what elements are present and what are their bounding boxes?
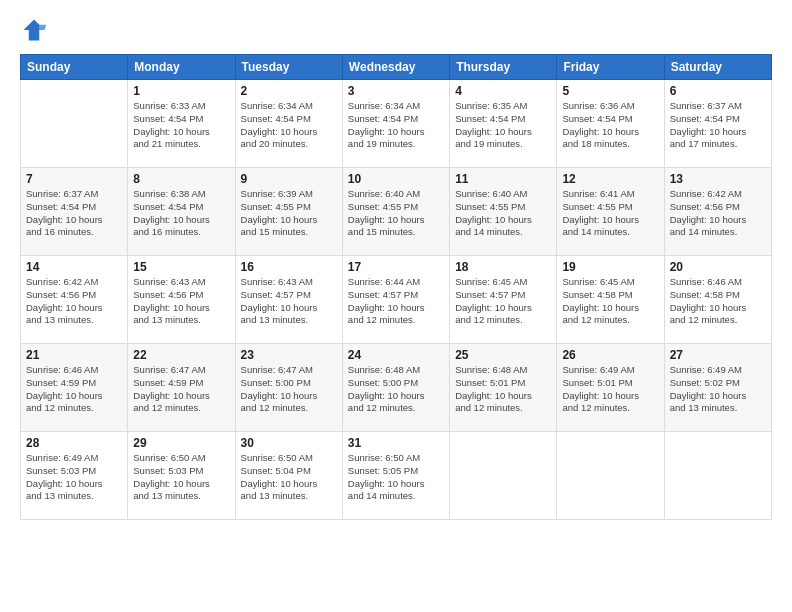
day-number: 2 <box>241 84 337 98</box>
table-cell: 5Sunrise: 6:36 AM Sunset: 4:54 PM Daylig… <box>557 80 664 168</box>
day-info: Sunrise: 6:50 AM Sunset: 5:05 PM Dayligh… <box>348 452 444 503</box>
table-cell: 8Sunrise: 6:38 AM Sunset: 4:54 PM Daylig… <box>128 168 235 256</box>
page: SundayMondayTuesdayWednesdayThursdayFrid… <box>0 0 792 612</box>
day-number: 22 <box>133 348 229 362</box>
col-header-monday: Monday <box>128 55 235 80</box>
day-info: Sunrise: 6:48 AM Sunset: 5:01 PM Dayligh… <box>455 364 551 415</box>
table-cell <box>21 80 128 168</box>
day-info: Sunrise: 6:43 AM Sunset: 4:57 PM Dayligh… <box>241 276 337 327</box>
day-info: Sunrise: 6:46 AM Sunset: 4:59 PM Dayligh… <box>26 364 122 415</box>
table-cell: 4Sunrise: 6:35 AM Sunset: 4:54 PM Daylig… <box>450 80 557 168</box>
day-info: Sunrise: 6:36 AM Sunset: 4:54 PM Dayligh… <box>562 100 658 151</box>
table-cell: 29Sunrise: 6:50 AM Sunset: 5:03 PM Dayli… <box>128 432 235 520</box>
table-cell: 13Sunrise: 6:42 AM Sunset: 4:56 PM Dayli… <box>664 168 771 256</box>
day-number: 17 <box>348 260 444 274</box>
table-cell <box>557 432 664 520</box>
day-number: 5 <box>562 84 658 98</box>
day-number: 8 <box>133 172 229 186</box>
day-number: 15 <box>133 260 229 274</box>
col-header-sunday: Sunday <box>21 55 128 80</box>
col-header-saturday: Saturday <box>664 55 771 80</box>
day-number: 21 <box>26 348 122 362</box>
table-cell: 7Sunrise: 6:37 AM Sunset: 4:54 PM Daylig… <box>21 168 128 256</box>
day-info: Sunrise: 6:45 AM Sunset: 4:57 PM Dayligh… <box>455 276 551 327</box>
table-cell: 16Sunrise: 6:43 AM Sunset: 4:57 PM Dayli… <box>235 256 342 344</box>
day-number: 11 <box>455 172 551 186</box>
day-info: Sunrise: 6:40 AM Sunset: 4:55 PM Dayligh… <box>348 188 444 239</box>
day-info: Sunrise: 6:49 AM Sunset: 5:03 PM Dayligh… <box>26 452 122 503</box>
day-info: Sunrise: 6:42 AM Sunset: 4:56 PM Dayligh… <box>670 188 766 239</box>
table-cell <box>664 432 771 520</box>
table-cell: 1Sunrise: 6:33 AM Sunset: 4:54 PM Daylig… <box>128 80 235 168</box>
day-number: 20 <box>670 260 766 274</box>
svg-marker-1 <box>39 25 46 30</box>
day-number: 6 <box>670 84 766 98</box>
day-info: Sunrise: 6:37 AM Sunset: 4:54 PM Dayligh… <box>670 100 766 151</box>
day-info: Sunrise: 6:43 AM Sunset: 4:56 PM Dayligh… <box>133 276 229 327</box>
day-number: 26 <box>562 348 658 362</box>
day-number: 14 <box>26 260 122 274</box>
day-number: 31 <box>348 436 444 450</box>
day-info: Sunrise: 6:46 AM Sunset: 4:58 PM Dayligh… <box>670 276 766 327</box>
col-header-thursday: Thursday <box>450 55 557 80</box>
day-info: Sunrise: 6:39 AM Sunset: 4:55 PM Dayligh… <box>241 188 337 239</box>
day-info: Sunrise: 6:40 AM Sunset: 4:55 PM Dayligh… <box>455 188 551 239</box>
table-cell: 27Sunrise: 6:49 AM Sunset: 5:02 PM Dayli… <box>664 344 771 432</box>
table-cell: 11Sunrise: 6:40 AM Sunset: 4:55 PM Dayli… <box>450 168 557 256</box>
day-info: Sunrise: 6:37 AM Sunset: 4:54 PM Dayligh… <box>26 188 122 239</box>
day-info: Sunrise: 6:38 AM Sunset: 4:54 PM Dayligh… <box>133 188 229 239</box>
table-cell: 2Sunrise: 6:34 AM Sunset: 4:54 PM Daylig… <box>235 80 342 168</box>
day-info: Sunrise: 6:50 AM Sunset: 5:03 PM Dayligh… <box>133 452 229 503</box>
table-cell: 3Sunrise: 6:34 AM Sunset: 4:54 PM Daylig… <box>342 80 449 168</box>
table-cell: 9Sunrise: 6:39 AM Sunset: 4:55 PM Daylig… <box>235 168 342 256</box>
table-cell: 6Sunrise: 6:37 AM Sunset: 4:54 PM Daylig… <box>664 80 771 168</box>
table-cell: 19Sunrise: 6:45 AM Sunset: 4:58 PM Dayli… <box>557 256 664 344</box>
table-cell: 12Sunrise: 6:41 AM Sunset: 4:55 PM Dayli… <box>557 168 664 256</box>
table-cell: 18Sunrise: 6:45 AM Sunset: 4:57 PM Dayli… <box>450 256 557 344</box>
day-number: 28 <box>26 436 122 450</box>
day-info: Sunrise: 6:33 AM Sunset: 4:54 PM Dayligh… <box>133 100 229 151</box>
table-cell: 24Sunrise: 6:48 AM Sunset: 5:00 PM Dayli… <box>342 344 449 432</box>
day-info: Sunrise: 6:44 AM Sunset: 4:57 PM Dayligh… <box>348 276 444 327</box>
day-number: 12 <box>562 172 658 186</box>
day-number: 29 <box>133 436 229 450</box>
day-number: 23 <box>241 348 337 362</box>
day-info: Sunrise: 6:49 AM Sunset: 5:02 PM Dayligh… <box>670 364 766 415</box>
table-cell: 23Sunrise: 6:47 AM Sunset: 5:00 PM Dayli… <box>235 344 342 432</box>
day-number: 9 <box>241 172 337 186</box>
day-number: 27 <box>670 348 766 362</box>
table-cell: 26Sunrise: 6:49 AM Sunset: 5:01 PM Dayli… <box>557 344 664 432</box>
table-cell: 25Sunrise: 6:48 AM Sunset: 5:01 PM Dayli… <box>450 344 557 432</box>
day-info: Sunrise: 6:48 AM Sunset: 5:00 PM Dayligh… <box>348 364 444 415</box>
day-info: Sunrise: 6:45 AM Sunset: 4:58 PM Dayligh… <box>562 276 658 327</box>
day-info: Sunrise: 6:49 AM Sunset: 5:01 PM Dayligh… <box>562 364 658 415</box>
table-cell: 10Sunrise: 6:40 AM Sunset: 4:55 PM Dayli… <box>342 168 449 256</box>
table-cell: 15Sunrise: 6:43 AM Sunset: 4:56 PM Dayli… <box>128 256 235 344</box>
table-cell: 31Sunrise: 6:50 AM Sunset: 5:05 PM Dayli… <box>342 432 449 520</box>
day-info: Sunrise: 6:47 AM Sunset: 4:59 PM Dayligh… <box>133 364 229 415</box>
day-number: 30 <box>241 436 337 450</box>
day-info: Sunrise: 6:42 AM Sunset: 4:56 PM Dayligh… <box>26 276 122 327</box>
calendar-table: SundayMondayTuesdayWednesdayThursdayFrid… <box>20 54 772 520</box>
col-header-friday: Friday <box>557 55 664 80</box>
logo <box>20 16 52 44</box>
day-number: 10 <box>348 172 444 186</box>
table-cell <box>450 432 557 520</box>
day-number: 3 <box>348 84 444 98</box>
table-cell: 17Sunrise: 6:44 AM Sunset: 4:57 PM Dayli… <box>342 256 449 344</box>
header <box>20 16 772 44</box>
day-number: 1 <box>133 84 229 98</box>
day-number: 13 <box>670 172 766 186</box>
day-number: 25 <box>455 348 551 362</box>
table-cell: 21Sunrise: 6:46 AM Sunset: 4:59 PM Dayli… <box>21 344 128 432</box>
day-info: Sunrise: 6:34 AM Sunset: 4:54 PM Dayligh… <box>241 100 337 151</box>
day-number: 7 <box>26 172 122 186</box>
table-cell: 22Sunrise: 6:47 AM Sunset: 4:59 PM Dayli… <box>128 344 235 432</box>
day-info: Sunrise: 6:50 AM Sunset: 5:04 PM Dayligh… <box>241 452 337 503</box>
logo-icon <box>20 16 48 44</box>
col-header-tuesday: Tuesday <box>235 55 342 80</box>
day-number: 24 <box>348 348 444 362</box>
table-cell: 28Sunrise: 6:49 AM Sunset: 5:03 PM Dayli… <box>21 432 128 520</box>
day-info: Sunrise: 6:35 AM Sunset: 4:54 PM Dayligh… <box>455 100 551 151</box>
day-number: 19 <box>562 260 658 274</box>
